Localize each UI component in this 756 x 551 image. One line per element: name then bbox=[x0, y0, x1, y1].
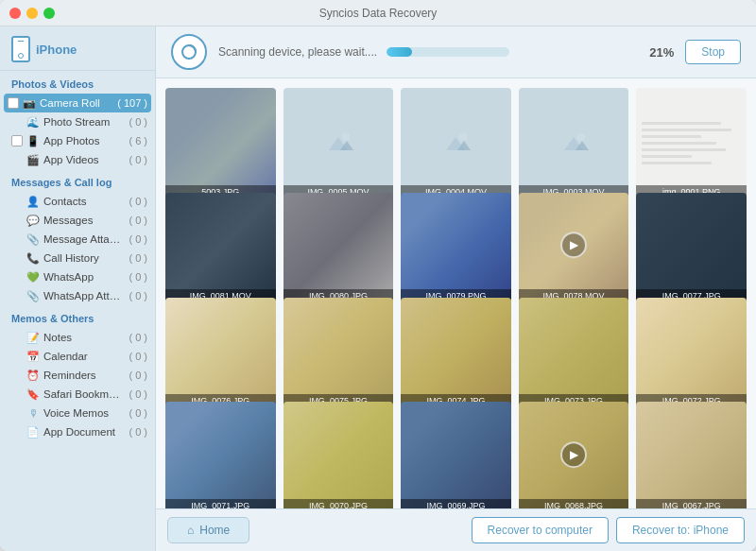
device-label: iPhone bbox=[36, 43, 77, 57]
photo-thumb-3[interactable]: IMG_0004.MOV bbox=[401, 88, 511, 198]
whatsapp-attach-icon: 📎 bbox=[26, 289, 40, 302]
voice-memos-label: Voice Memos bbox=[43, 407, 123, 419]
photo-thumb-6[interactable]: IMG_0081.MOV bbox=[165, 193, 276, 303]
message-attach-icon: 📎 bbox=[26, 232, 40, 246]
minimize-button[interactable] bbox=[26, 8, 38, 19]
photo-stream-label: Photo Stream bbox=[43, 116, 123, 128]
photo-thumb-14[interactable]: IMG_0073.JPG bbox=[519, 298, 629, 408]
scan-icon bbox=[171, 34, 207, 70]
photo-thumb-5[interactable]: img_0001.PNG bbox=[636, 88, 747, 198]
stop-button[interactable]: Stop bbox=[685, 40, 741, 64]
photo-thumb-13[interactable]: IMG_0074.JPG bbox=[401, 298, 511, 408]
photo-stream-icon: 🌊 bbox=[26, 115, 40, 129]
contacts-icon: 👤 bbox=[26, 195, 40, 208]
photo-thumb-19[interactable]: ▶ IMG_0068.JPG bbox=[519, 402, 629, 508]
sidebar-item-safari-bookmark[interactable]: 🔖 Safari Bookmark ( 0 ) bbox=[0, 385, 155, 404]
app-videos-label: App Videos bbox=[43, 154, 123, 165]
messages-icon: 💬 bbox=[26, 214, 40, 227]
sidebar-item-camera-roll[interactable]: 📷 Camera Roll ( 107 ) bbox=[4, 94, 151, 112]
voice-memos-icon: 🎙 bbox=[26, 406, 40, 420]
safari-icon: 🔖 bbox=[26, 387, 40, 401]
whatsapp-label: WhatsApp bbox=[43, 271, 123, 283]
home-button[interactable]: ⌂ Home bbox=[167, 517, 249, 543]
scan-status: Scanning device, please wait.... bbox=[218, 45, 638, 59]
window-title: Syncios Data Recovery bbox=[319, 7, 438, 20]
photo-label: IMG_0068.JPG bbox=[519, 499, 629, 508]
app-document-label: App Document bbox=[43, 426, 123, 438]
titlebar: Syncios Data Recovery bbox=[0, 0, 756, 26]
sidebar-item-call-history[interactable]: 📞 Call History ( 0 ) bbox=[0, 249, 155, 267]
sidebar-item-app-photos[interactable]: 📱 App Photos ( 6 ) bbox=[0, 131, 155, 150]
photo-thumb-4[interactable]: IMG_0003.MOV bbox=[519, 88, 629, 198]
scan-text: Scanning device, please wait.... bbox=[218, 45, 377, 59]
sidebar-item-reminders[interactable]: ⏰ Reminders ( 0 ) bbox=[0, 366, 155, 385]
play-icon: ▶ bbox=[560, 232, 587, 258]
svg-point-8 bbox=[459, 133, 467, 141]
sidebar-item-app-document[interactable]: 📄 App Document ( 0 ) bbox=[0, 422, 155, 441]
app-photos-icon: 📱 bbox=[26, 134, 40, 147]
sidebar-item-notes[interactable]: 📝 Notes ( 0 ) bbox=[0, 328, 155, 347]
app-videos-icon: 🎬 bbox=[26, 153, 40, 166]
iphone-icon bbox=[11, 36, 30, 62]
svg-point-4 bbox=[342, 133, 350, 141]
contacts-label: Contacts bbox=[43, 196, 123, 207]
sidebar-item-message-attach[interactable]: 📎 Message Attach... ( 0 ) bbox=[0, 230, 155, 249]
photo-thumb-12[interactable]: IMG_0075.JPG bbox=[284, 298, 394, 408]
traffic-lights bbox=[9, 8, 55, 19]
message-attach-label: Message Attach... bbox=[43, 233, 123, 245]
progress-fill bbox=[387, 47, 412, 57]
checkbox-app-photos[interactable] bbox=[11, 135, 23, 146]
home-icon: ⌂ bbox=[187, 524, 194, 537]
photo-thumb-11[interactable]: IMG_0076.JPG bbox=[165, 298, 276, 408]
main-window: Syncios Data Recovery iPhone Photos & Vi… bbox=[0, 0, 756, 551]
calendar-icon: 📅 bbox=[26, 350, 40, 363]
sidebar-item-calendar[interactable]: 📅 Calendar ( 0 ) bbox=[0, 347, 155, 366]
sidebar-item-voice-memos[interactable]: 🎙 Voice Memos ( 0 ) bbox=[0, 404, 155, 422]
sidebar-item-whatsapp-attach[interactable]: 📎 WhatsApp Attac... ( 0 ) bbox=[0, 286, 155, 305]
sidebar-item-photo-stream[interactable]: 🌊 Photo Stream ( 0 ) bbox=[0, 112, 155, 131]
photo-thumb-7[interactable]: IMG_0080.JPG bbox=[284, 193, 394, 303]
recover-computer-button[interactable]: Recover to computer bbox=[472, 517, 609, 543]
photo-label: IMG_0069.JPG bbox=[401, 499, 511, 508]
close-button[interactable] bbox=[9, 8, 21, 19]
content-area: Scanning device, please wait.... 21% Sto… bbox=[156, 26, 756, 551]
sidebar-item-contacts[interactable]: 👤 Contacts ( 0 ) bbox=[0, 192, 155, 211]
section-header-memos: Memos & Others bbox=[0, 305, 155, 328]
photo-thumb-2[interactable]: IMG_0005.MOV bbox=[284, 88, 394, 198]
photo-thumb-10[interactable]: IMG_0077.JPG bbox=[636, 193, 747, 303]
footer-right: Recover to computer Recover to: iPhone bbox=[472, 517, 745, 543]
checkbox-camera-roll[interactable] bbox=[8, 97, 19, 109]
photo-thumb-17[interactable]: IMG_0070.JPG bbox=[284, 402, 394, 508]
photo-grid: 5003.JPG IMG_0005.MOV IMG_0004.MOV IMG_0… bbox=[156, 78, 756, 508]
play-icon: ▶ bbox=[560, 441, 587, 468]
sidebar: iPhone Photos & Videos 📷 Camera Roll ( 1… bbox=[0, 26, 156, 551]
whatsapp-icon: 💚 bbox=[26, 270, 40, 284]
photo-label: IMG_0070.JPG bbox=[284, 499, 394, 508]
camera-roll-label: Camera Roll bbox=[40, 97, 112, 109]
footer: ⌂ Home Recover to computer Recover to: i… bbox=[156, 508, 756, 551]
progress-bar bbox=[387, 47, 509, 57]
photo-label: IMG_0067.JPG bbox=[636, 499, 747, 508]
notes-label: Notes bbox=[43, 332, 123, 343]
home-label: Home bbox=[199, 524, 230, 537]
recover-iphone-button[interactable]: Recover to: iPhone bbox=[616, 517, 745, 543]
photo-thumb-16[interactable]: IMG_0071.JPG bbox=[165, 402, 276, 508]
call-history-label: Call History bbox=[43, 252, 123, 264]
photo-thumb-9[interactable]: ▶ IMG_0078.MOV bbox=[519, 193, 629, 303]
reminders-label: Reminders bbox=[43, 370, 123, 381]
photo-thumb-1[interactable]: 5003.JPG bbox=[165, 88, 276, 198]
photo-thumb-18[interactable]: IMG_0069.JPG bbox=[401, 402, 511, 508]
reminders-icon: ⏰ bbox=[26, 369, 40, 382]
photo-thumb-8[interactable]: IMG_0079.PNG bbox=[401, 193, 511, 303]
camera-roll-icon: 📷 bbox=[23, 96, 36, 110]
photo-thumb-15[interactable]: IMG_0072.JPG bbox=[636, 298, 747, 408]
safari-label: Safari Bookmark bbox=[43, 388, 123, 400]
sidebar-item-app-videos[interactable]: 🎬 App Videos ( 0 ) bbox=[0, 150, 155, 169]
scan-percent: 21% bbox=[649, 45, 674, 60]
sidebar-item-whatsapp[interactable]: 💚 WhatsApp ( 0 ) bbox=[0, 267, 155, 286]
photo-thumb-20[interactable]: IMG_0067.JPG bbox=[636, 402, 747, 508]
photo-label: IMG_0071.JPG bbox=[165, 499, 276, 508]
maximize-button[interactable] bbox=[43, 8, 55, 19]
section-header-messages: Messages & Call log bbox=[0, 169, 155, 192]
sidebar-item-messages[interactable]: 💬 Messages ( 0 ) bbox=[0, 211, 155, 230]
